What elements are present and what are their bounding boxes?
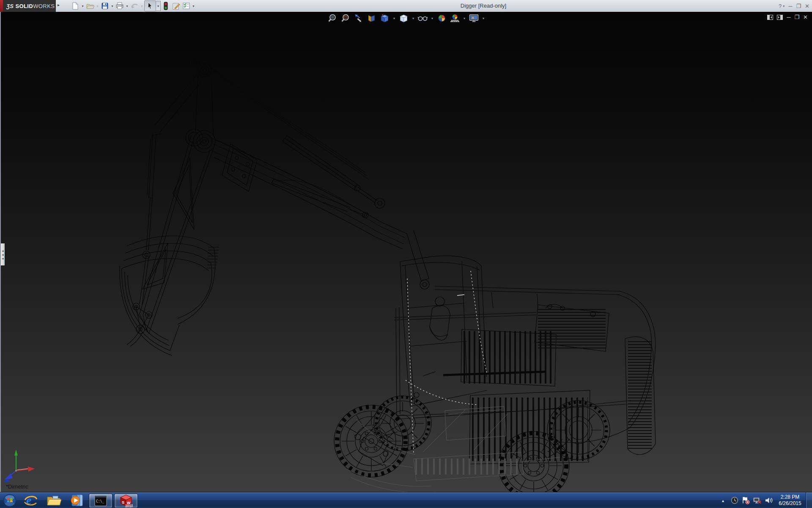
window-title: Digger [Read-only]	[461, 0, 506, 12]
sw-year: 2015	[125, 504, 133, 508]
doc-minimize-button[interactable]: ─	[787, 14, 790, 20]
save-icon	[101, 2, 109, 10]
taskbar: e	[0, 492, 812, 508]
view-settings-button[interactable]	[469, 13, 480, 24]
collapse-arrow-icon: ◂	[2, 257, 4, 260]
command-prompt-icon: C:\_	[94, 495, 107, 506]
view-orientation-dropdown[interactable]: ▾	[392, 17, 396, 20]
display-style-dropdown[interactable]: ▾	[411, 17, 415, 20]
new-dropdown[interactable]: ▾	[80, 4, 85, 8]
help-button[interactable]: ?	[779, 3, 782, 9]
undo-dropdown[interactable]: ▾	[140, 4, 144, 8]
titlebar: ƷSSOLIDWORKS ▸ ▾ ▾ ▾	[0, 0, 812, 12]
options-button[interactable]	[171, 1, 181, 11]
section-view-button[interactable]	[366, 13, 377, 24]
open-icon	[86, 2, 94, 10]
system-tray: ▴	[717, 492, 812, 508]
clock-date: 6/26/2015	[776, 500, 804, 507]
windows-start-icon	[3, 494, 16, 507]
design-checker-dropdown[interactable]: ▾	[191, 4, 196, 8]
taskbar-command-prompt[interactable]: C:\_	[89, 494, 112, 508]
help-dropdown[interactable]: ▾	[783, 4, 785, 8]
new-document-button[interactable]	[70, 1, 80, 11]
undo-icon	[130, 2, 139, 10]
collapse-arrow-icon: ◂	[2, 249, 4, 252]
solidworks-cube-icon: S W 2015	[119, 494, 133, 508]
new-document-icon	[71, 2, 79, 10]
volume-icon[interactable]	[763, 492, 774, 508]
print-icon	[115, 2, 124, 10]
solidworks-mark-icon: ƷS	[6, 3, 14, 9]
view-orientation-icon	[380, 14, 390, 23]
expand-display-pane-icon[interactable]	[777, 15, 783, 20]
taskbar-media-player[interactable]	[65, 492, 88, 508]
zoom-to-area-button[interactable]	[340, 13, 351, 24]
display-style-icon	[399, 14, 409, 23]
brand-red-stripe	[0, 0, 3, 12]
select-button[interactable]	[144, 0, 156, 11]
apply-scene-button[interactable]	[450, 13, 461, 24]
sw-letter-s: S	[122, 500, 124, 505]
display-style-button[interactable]	[398, 13, 409, 24]
collapse-arrow-icon: ◂	[2, 253, 4, 256]
view-settings-dropdown[interactable]: ▾	[482, 17, 486, 20]
taskbar-internet-explorer[interactable]: e	[19, 492, 42, 508]
edit-appearance-button[interactable]	[436, 13, 447, 24]
internet-explorer-icon: e	[24, 493, 38, 508]
feature-panel-expand-tab[interactable]: ◂ ◂ ◂	[1, 243, 5, 265]
minimize-button[interactable]: ─	[788, 3, 792, 9]
print-dropdown[interactable]: ▾	[125, 4, 129, 8]
previous-view-button[interactable]	[353, 13, 364, 24]
traffic-light-button[interactable]	[161, 1, 171, 11]
tray-clock-icon[interactable]	[729, 492, 740, 508]
apply-scene-icon	[450, 14, 460, 23]
start-button[interactable]	[0, 492, 19, 508]
open-button[interactable]	[85, 1, 95, 11]
options-icon	[172, 2, 180, 10]
design-checker-icon	[182, 2, 190, 10]
media-player-icon	[69, 494, 84, 507]
brand-text: ƷSSOLIDWORKS	[6, 3, 55, 9]
document-window-controls: ─ ❐ ✕	[767, 14, 808, 20]
menu-expand-arrow[interactable]: ▸	[58, 3, 60, 7]
window-controls: ? ▾ ─ ❐ ✕	[775, 0, 809, 12]
show-desktop-button[interactable]	[806, 492, 812, 508]
reference-triad	[2, 438, 44, 484]
hide-show-items-icon	[418, 14, 428, 23]
taskbar-windows-explorer[interactable]	[42, 492, 65, 508]
expand-feature-pane-icon[interactable]	[767, 15, 773, 20]
open-dropdown[interactable]: ▾	[95, 4, 100, 8]
digger-wireframe-model[interactable]	[0, 12, 812, 492]
close-button[interactable]: ✕	[805, 3, 809, 9]
hide-show-items-button[interactable]	[417, 13, 428, 24]
design-checker-button[interactable]	[181, 1, 191, 11]
save-button[interactable]	[100, 1, 110, 11]
taskbar-clock[interactable]: 2:28 PM 6/26/2015	[776, 494, 804, 507]
select-dropdown[interactable]: ▾	[156, 1, 161, 11]
view-orientation-button[interactable]	[379, 13, 390, 24]
solidworks-logo: ƷSSOLIDWORKS	[0, 0, 56, 12]
network-status-icon[interactable]	[752, 492, 763, 508]
view-orientation-label: *Dimetric	[6, 483, 28, 490]
action-center-flag-icon[interactable]	[740, 492, 752, 508]
save-dropdown[interactable]: ▾	[110, 4, 115, 8]
zoom-to-fit-icon	[328, 14, 337, 23]
hide-show-items-dropdown[interactable]: ▾	[431, 17, 434, 20]
zoom-to-fit-button[interactable]	[327, 13, 338, 24]
show-hidden-icons-button[interactable]: ▴	[717, 492, 729, 508]
hidden-icons-arrow-icon: ▴	[722, 498, 724, 503]
edit-appearance-icon	[437, 14, 447, 23]
folder-icon	[46, 494, 61, 507]
doc-restore-button[interactable]: ❐	[794, 14, 799, 20]
headsup-view-toolbar: ▾ ▾ ▾	[327, 13, 486, 24]
command-prompt-icon-text: C:\_	[96, 500, 104, 503]
taskbar-solidworks-2015[interactable]: S W 2015	[114, 494, 138, 508]
graphics-viewport[interactable]: ◂ ◂ ◂	[0, 12, 812, 492]
print-button[interactable]	[115, 1, 125, 11]
previous-view-icon	[354, 14, 363, 23]
traffic-light-icon	[163, 2, 168, 10]
restore-button[interactable]: ❐	[796, 3, 801, 9]
apply-scene-dropdown[interactable]: ▾	[463, 17, 466, 20]
doc-close-button[interactable]: ✕	[803, 14, 808, 20]
undo-button[interactable]	[129, 1, 140, 11]
